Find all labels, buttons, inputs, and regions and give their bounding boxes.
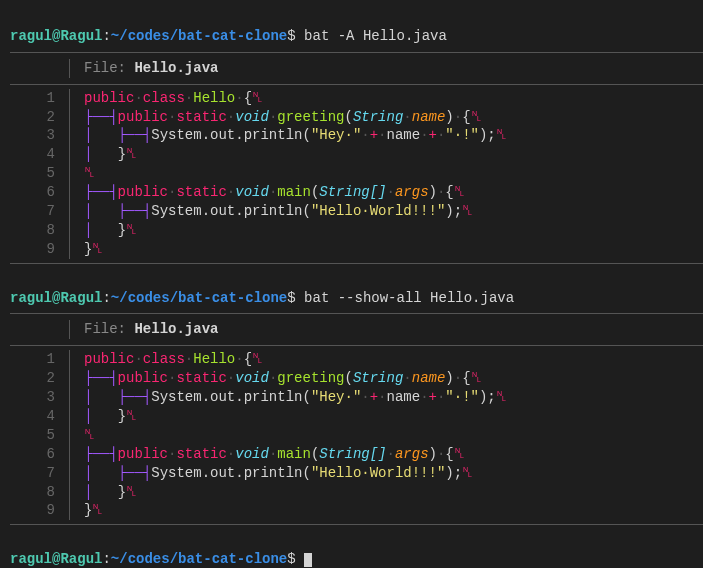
code-row: 2 ├──┤public·static·void·greeting(String… (0, 369, 703, 388)
code-row: 5 ␤ (0, 164, 703, 183)
code-row: 6 ├──┤public·static·void·main(String[]·a… (0, 445, 703, 464)
divider (10, 345, 703, 346)
bat-output-2: File: Hello.java 1 public·class·Hello·{␤… (0, 313, 703, 525)
file-name: Hello.java (134, 60, 218, 76)
line-number: 4 (10, 145, 70, 164)
divider (10, 263, 703, 264)
line-number: 1 (10, 89, 70, 108)
line-number: 6 (10, 183, 70, 202)
code-row: 1 public·class·Hello·{␤ (0, 89, 703, 108)
shell-prompt-2: ragul@Ragul:~/codes/bat-cat-clone$ bat -… (0, 268, 703, 310)
code-row: 9 }␤ (0, 501, 703, 520)
file-header: File: Hello.java (0, 318, 703, 341)
divider (10, 84, 703, 85)
code-row: 4 │ }␤ (0, 407, 703, 426)
line-number: 7 (10, 202, 70, 221)
bat-output-1: File: Hello.java 1 public·class·Hello·{␤… (0, 52, 703, 264)
command-text: bat --show-all Hello.java (304, 290, 514, 306)
line-number: 8 (10, 221, 70, 240)
shell-prompt-3[interactable]: ragul@Ragul:~/codes/bat-cat-clone$ (0, 529, 703, 568)
line-number: 5 (10, 164, 70, 183)
code-row: 3 │ ├──┤System.out.println("Hey·"·+·name… (0, 126, 703, 145)
line-number: 3 (10, 126, 70, 145)
code-row: 1 public·class·Hello·{␤ (0, 350, 703, 369)
code-row: 8 │ }␤ (0, 483, 703, 502)
cursor-icon (304, 553, 312, 567)
line-number: 2 (10, 108, 70, 127)
code-row: 2 ├──┤public·static·void·greeting(String… (0, 108, 703, 127)
code-row: 8 │ }␤ (0, 221, 703, 240)
command-text: bat -A Hello.java (304, 28, 447, 44)
code-row: 4 │ }␤ (0, 145, 703, 164)
shell-prompt-1: ragul@Ragul:~/codes/bat-cat-clone$ bat -… (0, 6, 703, 48)
divider (10, 313, 703, 314)
divider (10, 524, 703, 525)
code-row: 6 ├──┤public·static·void·main(String[]·a… (0, 183, 703, 202)
prompt-host: Ragul (60, 28, 102, 44)
code-row: 7 │ ├──┤System.out.println("Hello·World!… (0, 464, 703, 483)
prompt-user: ragul (10, 28, 52, 44)
code-row: 7 │ ├──┤System.out.println("Hello·World!… (0, 202, 703, 221)
code-row: 3 │ ├──┤System.out.println("Hey·"·+·name… (0, 388, 703, 407)
file-header: File: Hello.java (0, 57, 703, 80)
code-row: 9 }␤ (0, 240, 703, 259)
line-number: 9 (10, 240, 70, 259)
prompt-path: ~/codes/bat-cat-clone (111, 28, 287, 44)
code-row: 5 ␤ (0, 426, 703, 445)
divider (10, 52, 703, 53)
file-label: File: (70, 60, 126, 76)
